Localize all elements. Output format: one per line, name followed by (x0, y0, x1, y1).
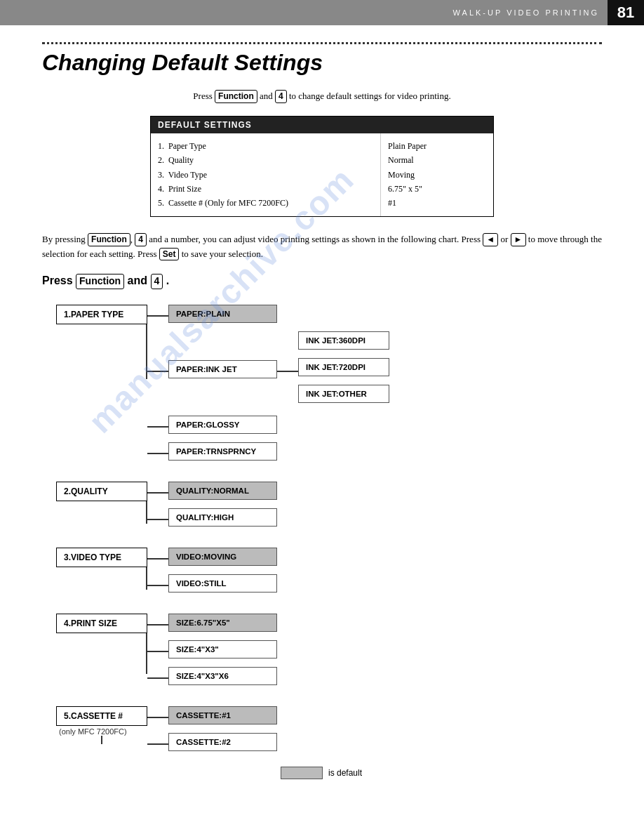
fc-option-paper-inkjet: PAPER:INK JET (168, 360, 277, 378)
table-row: 5. Cassette # (Only for MFC 7200FC) (158, 196, 373, 210)
four-key: 4 (275, 90, 287, 103)
function-key-large: Function (76, 274, 124, 289)
fc-option-paper-plain: PAPER:PLAIN (168, 305, 277, 323)
fc-option-quality-high: QUALITY:HIGH (168, 508, 277, 527)
table-right-col: Plain Paper Normal Moving 6.75" x 5" #1 (381, 133, 493, 216)
main-content: Changing Default Settings Press Function… (0, 25, 644, 807)
table-body: 1. Paper Type 2. Quality 3. Video Type 4… (151, 133, 493, 216)
header-text: WALK-UP VIDEO PRINTING (453, 8, 608, 17)
fc-option-size-675: SIZE:6.75"X5" (168, 614, 277, 632)
page-number: 81 (608, 0, 644, 25)
fc-group-cassette: 5.CASSETTE # (only MFC 7200FC) CASSETTE:… (56, 706, 602, 760)
function-key-inline: Function (88, 233, 130, 246)
table-cell: Plain Paper (388, 139, 486, 153)
fc-label-video-type: 3.VIDEO TYPE (56, 548, 147, 567)
function-key: Function (215, 90, 257, 103)
four-key-inline: 4 (135, 233, 147, 246)
legend: is default (281, 767, 602, 779)
body-paragraph: By pressing Function, 4 and a number, yo… (42, 232, 602, 262)
fc-option-video-moving: VIDEO:MOVING (168, 548, 277, 566)
table-row: 1. Paper Type (158, 139, 373, 153)
fc-group-paper-type: 1.PAPER TYPE PAPER:PLAIN PAPER:INK JET (56, 305, 602, 469)
fc-label-print-size: 4.PRINT SIZE (56, 614, 147, 633)
default-settings-table: DEFAULT SETTINGS 1. Paper Type 2. Qualit… (150, 116, 494, 217)
header-bar: WALK-UP VIDEO PRINTING 81 (0, 0, 644, 25)
fc-sub-option-inkjet-720: INK JET:720DPI (298, 358, 389, 376)
fc-option-size-4x3x6: SIZE:4"X3"X6 (168, 667, 277, 685)
table-header: DEFAULT SETTINGS (151, 117, 493, 133)
fc-label-quality: 2.QUALITY (56, 482, 147, 501)
legend-label: is default (328, 768, 362, 778)
table-row: 2. Quality (158, 153, 373, 167)
fc-sub-option-inkjet-other: INK JET:OTHER (298, 385, 389, 403)
fc-label-paper-type: 1.PAPER TYPE (56, 305, 147, 324)
left-arrow-key: ◄ (483, 233, 498, 246)
table-row: 3. Video Type (158, 168, 373, 182)
right-arrow-key: ► (511, 233, 526, 246)
table-cell: Normal (388, 153, 486, 167)
dotted-divider (42, 42, 602, 44)
fc-sub-option-inkjet-360: INK JET:360DPI (298, 331, 389, 350)
press-function-line: Press Function and 4 . (42, 274, 602, 289)
fc-group-quality: 2.QUALITY QUALITY:NORMAL QUALITY:HIGH (56, 482, 602, 535)
fc-option-cassette-2: CASSETTE:#2 (168, 733, 277, 751)
fc-option-paper-trnsprncy: PAPER:TRNSPRNCY (168, 442, 277, 461)
fc-group-print-size: 4.PRINT SIZE SIZE:6.75"X5" SIZE:4"X3" SI… (56, 614, 602, 694)
table-cell: 6.75" x 5" (388, 182, 486, 196)
fc-option-paper-glossy: PAPER:GLOSSY (168, 416, 277, 434)
set-key: Set (159, 248, 180, 261)
fc-option-quality-normal: QUALITY:NORMAL (168, 482, 277, 500)
fc-option-cassette-1: CASSETTE:#1 (168, 706, 277, 724)
intro-paragraph: Press Function and 4 to change default s… (42, 90, 602, 103)
table-cell: Moving (388, 168, 486, 182)
fc-option-size-4x3: SIZE:4"X3" (168, 640, 277, 658)
legend-box (281, 767, 323, 779)
fc-label-cassette-sub: (only MFC 7200FC) (59, 727, 127, 736)
fc-label-cassette: 5.CASSETTE # (56, 706, 147, 726)
four-key-large: 4 (151, 274, 163, 289)
flowchart: 1.PAPER TYPE PAPER:PLAIN PAPER:INK JET (56, 305, 602, 779)
table-left-col: 1. Paper Type 2. Quality 3. Video Type 4… (151, 133, 381, 216)
fc-group-video-type: 3.VIDEO TYPE VIDEO:MOVING VIDEO:STILL (56, 548, 602, 601)
page-title: Changing Default Settings (42, 50, 602, 76)
table-row: 4. Print Size (158, 182, 373, 196)
table-cell: #1 (388, 196, 486, 210)
fc-option-video-still: VIDEO:STILL (168, 574, 277, 593)
